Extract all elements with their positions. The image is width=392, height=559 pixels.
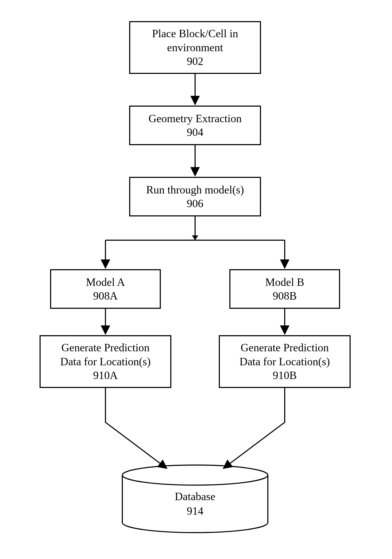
- node-902-line2: environment: [167, 41, 223, 55]
- node-910B-line2: Data for Location(s): [240, 355, 330, 369]
- node-914-ref: 914: [187, 505, 204, 517]
- node-906: Run through model(s) 906: [129, 177, 261, 216]
- node-910A-line2: Data for Location(s): [60, 355, 151, 369]
- node-906-ref: 906: [187, 197, 204, 211]
- node-902-line1: Place Block/Cell in: [152, 27, 238, 41]
- node-902: Place Block/Cell in environment 902: [129, 21, 261, 74]
- node-908B: Model B 908B: [229, 269, 340, 309]
- edge-910B-914: [223, 388, 285, 468]
- node-908A: Model A 908A: [50, 269, 161, 309]
- node-904-ref: 904: [187, 125, 204, 139]
- node-914-line1: Database: [175, 490, 215, 503]
- node-910A-line1: Generate Prediction: [61, 341, 150, 355]
- node-908A-ref: 908A: [93, 289, 118, 303]
- node-904: Geometry Extraction 904: [129, 106, 261, 145]
- node-906-line1: Run through model(s): [146, 183, 244, 197]
- edge-910A-914: [105, 388, 167, 468]
- node-910A: Generate Prediction Data for Location(s)…: [40, 335, 171, 388]
- flowchart-canvas: Place Block/Cell in environment 902 Geom…: [0, 0, 392, 559]
- node-902-ref: 902: [187, 54, 204, 68]
- edge-906-split-head: [192, 235, 198, 240]
- node-908B-ref: 908B: [273, 289, 297, 303]
- node-910B-ref: 910B: [273, 368, 297, 382]
- svg-point-0: [122, 465, 268, 485]
- node-914: Database 914: [121, 465, 269, 533]
- node-904-line1: Geometry Extraction: [148, 112, 241, 126]
- node-910B-line1: Generate Prediction: [241, 341, 329, 355]
- node-910A-ref: 910A: [93, 368, 118, 382]
- node-910B: Generate Prediction Data for Location(s)…: [219, 335, 351, 388]
- node-908A-line1: Model A: [86, 275, 125, 289]
- node-908B-line1: Model B: [265, 275, 304, 289]
